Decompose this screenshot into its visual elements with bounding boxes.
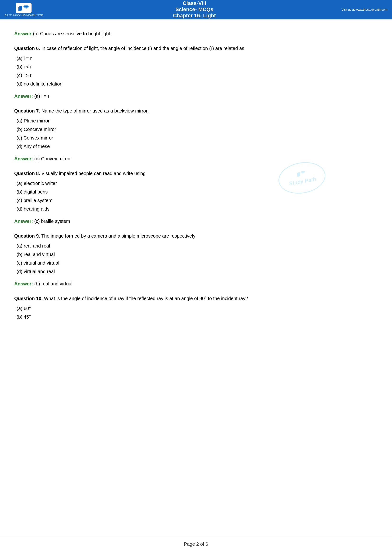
subject-title: Science- MCQs (47, 7, 342, 13)
answer-8-text: (c) braille system (33, 219, 70, 224)
q8-option-b: (b) digital pens (17, 188, 378, 196)
question-8-container: Study Path Question 8. Visually impaired… (14, 170, 378, 225)
q7-option-b: (b) Concave mirror (17, 125, 378, 133)
q7-option-d: (d) Any of these (17, 143, 378, 150)
class-title: Class-VIII (47, 0, 342, 7)
q9-option-d: (d) virtual and real (17, 268, 378, 275)
answer-7-label: Answer: (14, 156, 33, 161)
q9-option-a: (a) real and real (17, 242, 378, 250)
q9-option-b: (b) real and virtual (17, 251, 378, 258)
q8-option-c: (c) braille system (17, 197, 378, 204)
question-8-block: Question 8. Visually impaired people can… (14, 170, 378, 213)
q6-option-b: (b) i < r (17, 63, 378, 71)
svg-rect-4 (26, 7, 26, 8)
question-8-number: Question 8. (14, 171, 40, 176)
answer-6-text: (a) i = r (33, 94, 49, 99)
question-6-block: Question 6. In case of reflection of lig… (14, 45, 378, 88)
question-7-block: Question 7. Name the type of mirror used… (14, 107, 378, 150)
prev-answer-text: (b) Cones are sensitive to bright light (33, 31, 110, 36)
q8-option-a: (a) electronic writer (17, 180, 378, 187)
question-6-text: Question 6. In case of reflection of lig… (14, 45, 378, 52)
answer-9-block: Answer: (b) real and virtual (14, 280, 378, 288)
main-content: Answer:(b) Cones are sensitive to bright… (0, 19, 392, 332)
header-center: Class-VIII Science- MCQs Chapter 16: Lig… (47, 0, 342, 19)
question-10-text: Question 10. What is the angle of incide… (14, 295, 378, 302)
q7-option-c: (c) Convex mirror (17, 134, 378, 142)
question-10-number: Question 10. (14, 296, 43, 301)
prev-answer-block: Answer:(b) Cones are sensitive to bright… (14, 30, 378, 37)
q9-option-c: (c) virtual and virtual (17, 259, 378, 267)
question-7-number: Question 7. (14, 108, 40, 113)
question-10-block: Question 10. What is the angle of incide… (14, 295, 378, 321)
answer-9-text: (b) real and virtual (33, 281, 72, 286)
question-10-body: What is the angle of incidence of a ray … (43, 296, 248, 301)
question-7-body: Name the type of mirror used as a backvi… (40, 108, 149, 113)
q7-option-a: (a) Plane mirror (17, 117, 378, 125)
question-10-options: (a) 60° (b) 45° (17, 305, 378, 321)
chapter-title: Chapter 16: Light (47, 13, 342, 19)
studypath-logo-icon (18, 4, 30, 12)
answer-8-block: Answer: (c) braille system (14, 217, 378, 225)
question-7-text: Question 7. Name the type of mirror used… (14, 107, 378, 115)
question-9-block: Question 9. The image formed by a camera… (14, 232, 378, 275)
header-website: Visit us at www.thestudypath.com (342, 8, 387, 11)
question-9-body: The image formed by a camera and a simpl… (40, 233, 195, 238)
question-6-body: In case of reflection of light, the angl… (40, 46, 244, 51)
answer-8-label: Answer: (14, 219, 33, 224)
question-8-options: (a) electronic writer (b) digital pens (… (17, 180, 378, 213)
question-6-options: (a) i = r (b) i < r (c) i > r (d) no def… (17, 55, 378, 88)
prev-answer-label: Answer: (14, 31, 33, 36)
question-7-options: (a) Plane mirror (b) Concave mirror (c) … (17, 117, 378, 150)
q8-option-d: (d) hearing aids (17, 205, 378, 213)
page-footer: Page 2 of 6 (0, 538, 392, 547)
answer-9-label: Answer: (14, 281, 33, 286)
logo-area: A Free Online Educational Portal (5, 3, 43, 16)
answer-6-block: Answer: (a) i = r (14, 92, 378, 100)
question-6-number: Question 6. (14, 46, 40, 51)
question-8-text: Question 8. Visually impaired people can… (14, 170, 378, 177)
page-number: Page 2 of 6 (184, 541, 208, 547)
question-8-body: Visually impaired people can read and wr… (40, 171, 146, 176)
answer-6-label: Answer: (14, 94, 33, 99)
answer-7-block: Answer: (c) Convex mirror (14, 155, 378, 162)
question-9-text: Question 9. The image formed by a camera… (14, 232, 378, 240)
question-9-number: Question 9. (14, 233, 40, 238)
answer-7-text: (c) Convex mirror (33, 156, 71, 161)
q6-option-c: (c) i > r (17, 71, 378, 79)
logo-tagline: A Free Online Educational Portal (5, 14, 43, 16)
svg-rect-2 (20, 6, 22, 10)
question-9-options: (a) real and real (b) real and virtual (… (17, 242, 378, 275)
logo-box (16, 3, 32, 13)
q6-option-a: (a) i = r (17, 55, 378, 62)
q10-option-b: (b) 45° (17, 313, 378, 321)
page-header: A Free Online Educational Portal Class-V… (0, 0, 392, 19)
q10-option-a: (a) 60° (17, 305, 378, 312)
q6-option-d: (d) no definite relation (17, 80, 378, 88)
